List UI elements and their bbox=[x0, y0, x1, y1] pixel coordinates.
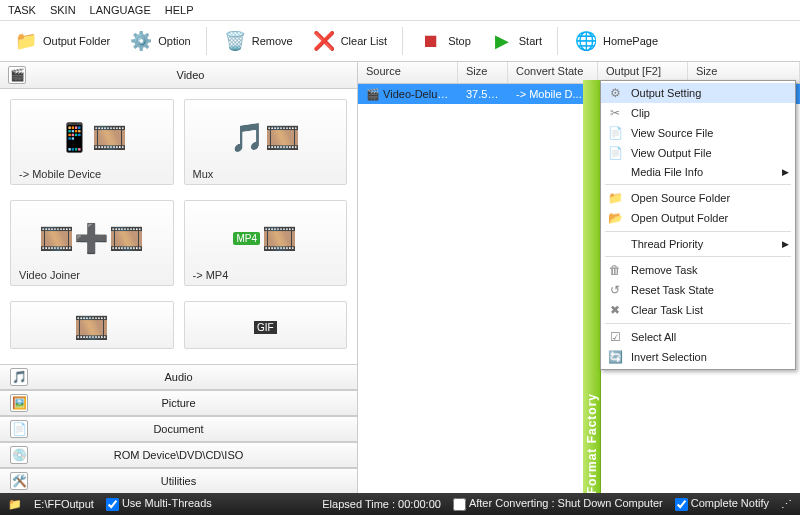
col-source[interactable]: Source bbox=[358, 62, 458, 83]
clear-list-label: Clear List bbox=[341, 35, 387, 47]
invert-icon: 🔄 bbox=[607, 350, 623, 364]
ctx-select-all[interactable]: ☑Select All bbox=[601, 327, 795, 347]
menu-bar: TASK SKIN LANGUAGE HELP bbox=[0, 0, 800, 21]
select-all-icon: ☑ bbox=[607, 330, 623, 344]
status-elapsed: Elapsed Time : 00:00:00 bbox=[322, 498, 441, 510]
tile-label: Mux bbox=[193, 168, 214, 180]
complete-notify-checkbox[interactable]: Complete Notify bbox=[675, 497, 769, 511]
utilities-category-header[interactable]: 🛠️ Utilities bbox=[0, 468, 357, 494]
ctx-open-source-folder[interactable]: 📁Open Source Folder bbox=[601, 188, 795, 208]
picture-category-header[interactable]: 🖼️ Picture bbox=[0, 390, 357, 416]
document-icon: 📄 bbox=[10, 420, 28, 438]
ctx-media-info[interactable]: Media File Info▶ bbox=[601, 163, 795, 181]
menu-language[interactable]: LANGUAGE bbox=[90, 4, 151, 16]
menu-help[interactable]: HELP bbox=[165, 4, 194, 16]
disc-icon: 💿 bbox=[10, 446, 28, 464]
resize-grip-icon[interactable]: ⋰ bbox=[781, 498, 792, 511]
after-converting-checkbox[interactable]: After Converting : Shut Down Computer bbox=[453, 497, 663, 511]
status-output-path[interactable]: E:\FFOutput bbox=[34, 498, 94, 510]
ctx-clear-task-list[interactable]: ✖Clear Task List bbox=[601, 300, 795, 320]
cell-size: 37.50M bbox=[458, 88, 508, 100]
tile-gif[interactable]: GIF bbox=[184, 301, 348, 349]
tile-mobile-device[interactable]: 📱🎞️ -> Mobile Device bbox=[10, 99, 174, 185]
main-body: 🎬 Video 📱🎞️ -> Mobile Device 🎵🎞️ Mux 🎞️➕… bbox=[0, 62, 800, 494]
col-size[interactable]: Size bbox=[458, 62, 508, 83]
utilities-icon: 🛠️ bbox=[10, 472, 28, 490]
reset-icon: ↺ bbox=[607, 283, 623, 297]
gif-icon: GIF bbox=[254, 310, 277, 344]
ctx-thread-priority[interactable]: Thread Priority▶ bbox=[601, 235, 795, 253]
globe-icon: 🌐 bbox=[573, 28, 599, 54]
ctx-clip[interactable]: ✂Clip bbox=[601, 103, 795, 123]
tile-mkv[interactable]: 🎞️ bbox=[10, 301, 174, 349]
mkv-icon: 🎞️ bbox=[74, 310, 109, 344]
mux-icon: 🎵🎞️ bbox=[230, 108, 300, 166]
category-panel: 🎬 Video 📱🎞️ -> Mobile Device 🎵🎞️ Mux 🎞️➕… bbox=[0, 62, 358, 494]
output-folder-button[interactable]: 📁 Output Folder bbox=[6, 25, 117, 57]
audio-icon: 🎵 bbox=[10, 368, 28, 386]
document-category-header[interactable]: 📄 Document bbox=[0, 416, 357, 442]
remove-icon: 🗑️ bbox=[222, 28, 248, 54]
clear-icon: ❌ bbox=[311, 28, 337, 54]
tile-mp4[interactable]: MP4🎞️ -> MP4 bbox=[184, 200, 348, 286]
video-category-header[interactable]: 🎬 Video bbox=[0, 62, 357, 89]
option-button[interactable]: ⚙️ Option bbox=[121, 25, 197, 57]
ctx-view-output: 📄View Output File bbox=[601, 143, 795, 163]
ctx-open-output-folder[interactable]: 📂Open Output Folder bbox=[601, 208, 795, 228]
remove-button[interactable]: 🗑️ Remove bbox=[215, 25, 300, 57]
folder-icon: 📁 bbox=[8, 498, 22, 511]
tile-mux[interactable]: 🎵🎞️ Mux bbox=[184, 99, 348, 185]
audio-category-header[interactable]: 🎵 Audio bbox=[0, 364, 357, 390]
status-bar: 📁 E:\FFOutput Use Multi-Threads Elapsed … bbox=[0, 493, 800, 515]
tile-label: -> MP4 bbox=[193, 269, 229, 281]
play-icon: ▶ bbox=[489, 28, 515, 54]
start-button[interactable]: ▶ Start bbox=[482, 25, 549, 57]
picture-icon: 🖼️ bbox=[10, 394, 28, 412]
cell-source: 🎬 Video-Deluxe... bbox=[358, 88, 458, 101]
clear-icon: ✖ bbox=[607, 303, 623, 317]
picture-category-label: Picture bbox=[161, 397, 195, 409]
tile-video-joiner[interactable]: 🎞️➕🎞️ Video Joiner bbox=[10, 200, 174, 286]
audio-category-label: Audio bbox=[164, 371, 192, 383]
tile-label: -> Mobile Device bbox=[19, 168, 101, 180]
stop-label: Stop bbox=[448, 35, 471, 47]
start-label: Start bbox=[519, 35, 542, 47]
video-tile-grid: 📱🎞️ -> Mobile Device 🎵🎞️ Mux 🎞️➕🎞️ Video… bbox=[0, 89, 357, 364]
folder-icon: 📁 bbox=[607, 191, 623, 205]
stop-icon: ⏹ bbox=[418, 28, 444, 54]
separator bbox=[605, 323, 791, 324]
mobile-icon: 📱🎞️ bbox=[57, 108, 127, 166]
remove-label: Remove bbox=[252, 35, 293, 47]
task-list-panel: Source Size Convert State Output [F2] Si… bbox=[358, 62, 800, 494]
clip-icon: ✂ bbox=[607, 106, 623, 120]
multi-threads-checkbox[interactable]: Use Multi-Threads bbox=[106, 497, 212, 511]
menu-task[interactable]: TASK bbox=[8, 4, 36, 16]
option-label: Option bbox=[158, 35, 190, 47]
tile-label: Video Joiner bbox=[19, 269, 80, 281]
ctx-remove-task[interactable]: 🗑Remove Task bbox=[601, 260, 795, 280]
ctx-view-source[interactable]: 📄View Source File bbox=[601, 123, 795, 143]
video-category-label: Video bbox=[32, 69, 349, 81]
separator bbox=[605, 184, 791, 185]
menu-skin[interactable]: SKIN bbox=[50, 4, 76, 16]
document-category-label: Document bbox=[153, 423, 203, 435]
rom-category-label: ROM Device\DVD\CD\ISO bbox=[114, 449, 244, 461]
homepage-button[interactable]: 🌐 HomePage bbox=[566, 25, 665, 57]
separator bbox=[605, 256, 791, 257]
chevron-right-icon: ▶ bbox=[782, 239, 789, 249]
clear-list-button[interactable]: ❌ Clear List bbox=[304, 25, 394, 57]
joiner-icon: 🎞️➕🎞️ bbox=[39, 209, 144, 267]
file-icon: 📄 bbox=[607, 146, 623, 160]
rom-category-header[interactable]: 💿 ROM Device\DVD\CD\ISO bbox=[0, 442, 357, 468]
toolbar: 📁 Output Folder ⚙️ Option 🗑️ Remove ❌ Cl… bbox=[0, 21, 800, 62]
stop-button[interactable]: ⏹ Stop bbox=[411, 25, 478, 57]
delete-icon: 🗑 bbox=[607, 263, 623, 277]
separator bbox=[402, 27, 403, 55]
ctx-invert-selection[interactable]: 🔄Invert Selection bbox=[601, 347, 795, 367]
output-folder-label: Output Folder bbox=[43, 35, 110, 47]
utilities-category-label: Utilities bbox=[161, 475, 196, 487]
mp4-icon: MP4🎞️ bbox=[233, 209, 297, 267]
settings-icon: ⚙ bbox=[607, 86, 623, 100]
ctx-output-setting[interactable]: ⚙Output Setting bbox=[601, 83, 795, 103]
gear-icon: ⚙️ bbox=[128, 28, 154, 54]
